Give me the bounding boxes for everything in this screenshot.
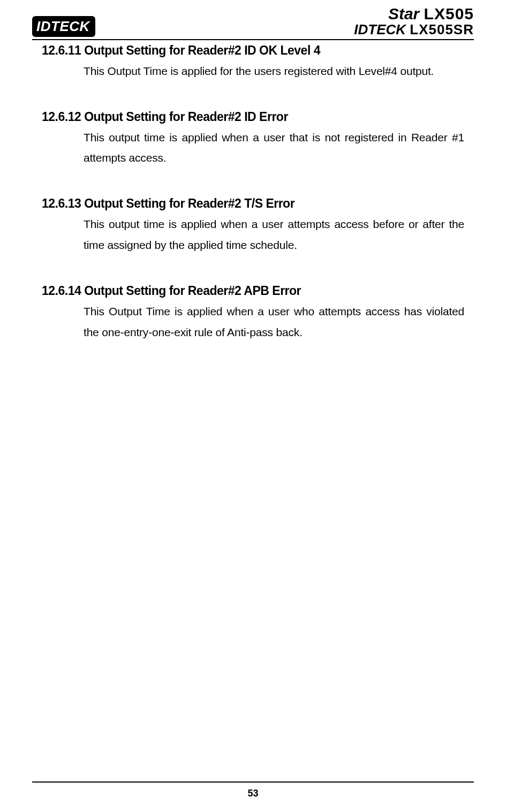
page: IDTECK Star LX505 IDTECK LX505SR 12.6.11… [0,0,506,812]
page-number: 53 [247,788,258,799]
section-12-6-11: 12.6.11 Output Setting for Reader#2 ID O… [42,43,464,82]
section-heading: 12.6.14 Output Setting for Reader#2 APB … [42,284,464,298]
brand-right-line1-brand: Star [388,5,419,22]
section-12-6-12: 12.6.12 Output Setting for Reader#2 ID E… [42,110,464,169]
brand-left-text: IDTECK [32,16,95,37]
section-heading: 12.6.11 Output Setting for Reader#2 ID O… [42,43,464,58]
page-header: IDTECK Star LX505 IDTECK LX505SR [32,5,474,40]
section-body: This Output Time is applied for the user… [84,61,464,82]
brand-logo-left: IDTECK [32,16,95,37]
section-12-6-13: 12.6.13 Output Setting for Reader#2 T/S … [42,196,464,256]
section-heading: 12.6.12 Output Setting for Reader#2 ID E… [42,110,464,124]
page-content: 12.6.11 Output Setting for Reader#2 ID O… [32,43,474,343]
brand-right-line2-model: LX505SR [410,21,474,37]
brand-right-line1-model: LX505 [424,5,474,22]
section-12-6-14: 12.6.14 Output Setting for Reader#2 APB … [42,284,464,343]
section-heading: 12.6.13 Output Setting for Reader#2 T/S … [42,196,464,211]
section-body: This Output Time is applied when a user … [84,301,464,343]
page-footer: 53 [32,781,474,799]
brand-logo-right: Star LX505 IDTECK LX505SR [354,5,474,37]
section-body: This output time is applied when a user … [84,127,464,169]
brand-right-line2: IDTECK LX505SR [354,22,474,37]
section-body: This output time is applied when a user … [84,214,464,256]
brand-right-line2-brand: IDTECK [354,21,406,37]
brand-right-line1: Star LX505 [354,5,474,22]
